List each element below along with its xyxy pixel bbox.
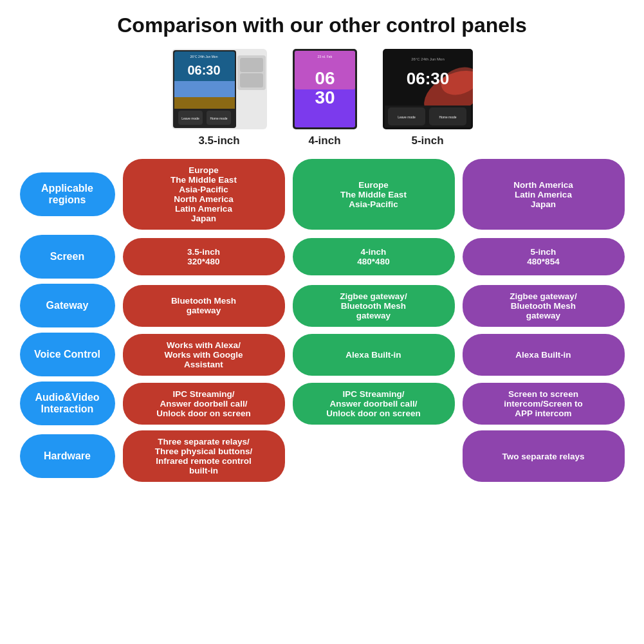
svg-text:Leave mode: Leave mode	[398, 115, 416, 119]
row-cells-0: EuropeThe Middle EastAsia-PacificNorth A…	[123, 159, 625, 230]
row-label-5: Hardware	[20, 434, 115, 478]
cell-0-0: EuropeThe Middle EastAsia-PacificNorth A…	[123, 159, 285, 230]
table-row-3: Voice ControlWorks with Alexa/Works with…	[20, 333, 625, 376]
row-cells-4: IPC Streaming/Answer doorbell call/Unloc…	[123, 383, 625, 425]
cell-2-0: Bluetooth Meshgateway	[123, 285, 285, 327]
page-title: Comparison with our other control panels	[117, 13, 526, 37]
cell-0-1: EuropeThe Middle EastAsia-Pacific	[293, 159, 455, 230]
table-row-0: Applicable regionsEuropeThe Middle EastA…	[20, 159, 625, 230]
device-col-35: 06:30 26°C 24th Jun Mon Leave mode Home …	[172, 49, 267, 147]
device-image-35: 06:30 26°C 24th Jun Mon Leave mode Home …	[172, 49, 267, 129]
svg-rect-4	[174, 81, 235, 97]
cell-3-1: Alexa Built-in	[293, 334, 455, 376]
cell-5-1	[293, 430, 455, 482]
table-row-5: HardwareThree separate relays/Three phys…	[20, 430, 625, 482]
svg-text:06:30: 06:30	[406, 69, 449, 88]
cell-2-1: Zigbee gateway/Bluetooth Meshgateway	[293, 285, 455, 327]
row-label-4: Audio&Video Interaction	[20, 382, 115, 425]
device-col-4: 23 rd. Feb 06 30 4-inch	[293, 49, 357, 147]
svg-text:23 rd. Feb: 23 rd. Feb	[317, 55, 332, 59]
cell-3-2: Alexa Built-in	[463, 334, 625, 376]
cell-4-2: Screen to screenintercom/Screen toAPP in…	[463, 383, 625, 425]
row-cells-3: Works with Alexa/Works with GoogleAssist…	[123, 334, 625, 376]
device-col-5: 26°C 24th Jun Mon 06:30 Leave mode Home …	[383, 49, 473, 147]
device-image-4: 23 rd. Feb 06 30	[293, 49, 357, 129]
svg-text:26°C  24th Jun Mon: 26°C 24th Jun Mon	[411, 57, 444, 61]
devices-row: 06:30 26°C 24th Jun Mon Leave mode Home …	[172, 49, 473, 147]
svg-rect-14	[240, 73, 263, 87]
row-cells-1: 3.5-inch320*4804-inch480*4805-inch480*85…	[123, 238, 625, 275]
row-label-3: Voice Control	[20, 333, 115, 376]
row-cells-2: Bluetooth MeshgatewayZigbee gateway/Blue…	[123, 285, 625, 327]
table-row-1: Screen3.5-inch320*4804-inch480*4805-inch…	[20, 235, 625, 279]
cell-4-0: IPC Streaming/Answer doorbell call/Unloc…	[123, 383, 285, 425]
table-row-2: GatewayBluetooth MeshgatewayZigbee gatew…	[20, 284, 625, 327]
table-row-4: Audio&Video InteractionIPC Streaming/Ans…	[20, 382, 625, 425]
svg-text:06:30: 06:30	[187, 63, 220, 77]
cell-3-0: Works with Alexa/Works with GoogleAssist…	[123, 334, 285, 376]
cell-5-2: Two separate relays	[463, 430, 625, 482]
svg-text:26°C  24th Jun Mon: 26°C 24th Jun Mon	[190, 55, 217, 59]
svg-text:Home mode: Home mode	[439, 115, 456, 119]
cell-2-2: Zigbee gateway/Bluetooth Meshgateway	[463, 285, 625, 327]
page: Comparison with our other control panels…	[0, 0, 644, 644]
svg-text:30: 30	[315, 87, 335, 107]
comparison-table: Applicable regionsEuropeThe Middle EastA…	[20, 159, 625, 482]
cell-4-1: IPC Streaming/Answer doorbell call/Unloc…	[293, 383, 455, 425]
cell-0-2: North AmericaLatin AmericaJapan	[463, 159, 625, 230]
cell-1-2: 5-inch480*854	[463, 238, 625, 275]
cell-1-0: 3.5-inch320*480	[123, 238, 285, 275]
device-image-5: 26°C 24th Jun Mon 06:30 Leave mode Home …	[383, 49, 473, 129]
row-label-2: Gateway	[20, 284, 115, 327]
row-label-0: Applicable regions	[20, 172, 115, 216]
device-label-35: 3.5-inch	[198, 134, 239, 147]
svg-text:06: 06	[315, 68, 335, 88]
row-label-1: Screen	[20, 235, 115, 279]
svg-text:Leave mode: Leave mode	[181, 116, 199, 120]
device-label-5: 5-inch	[411, 134, 443, 147]
row-cells-5: Three separate relays/Three physical but…	[123, 430, 625, 482]
device-label-4: 4-inch	[308, 134, 340, 147]
svg-text:Home mode: Home mode	[210, 116, 227, 120]
svg-rect-13	[240, 58, 263, 72]
cell-1-1: 4-inch480*480	[293, 238, 455, 275]
cell-5-0: Three separate relays/Three physical but…	[123, 430, 285, 482]
